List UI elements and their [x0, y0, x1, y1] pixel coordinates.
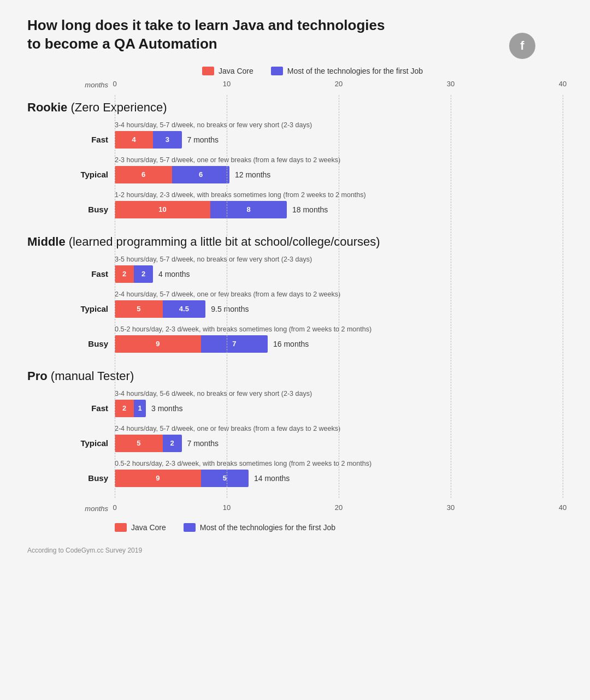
legend: Java Core Most of the technologies for t…	[202, 67, 563, 75]
middle-fast-desc: 3-5 hours/day, 5-7 d/week, no breaks or …	[115, 256, 563, 263]
bottom-legend-tech: Most of the technologies for the first J…	[184, 523, 335, 532]
legend-java-core: Java Core	[202, 67, 253, 75]
middle-typical-desc: 2-4 hours/day, 5-7 d/week, one or few br…	[115, 290, 563, 298]
rookie-typical-desc: 2-3 hours/day, 5-7 d/week, one or few br…	[115, 156, 563, 164]
section-rookie-title: Rookie (Zero Experience)	[27, 100, 563, 115]
legend-tech-label: Most of the technologies for the first J…	[287, 67, 423, 75]
section-middle: Middle (learned programming a little bit…	[115, 235, 563, 353]
middle-fast-bars: 2 2	[115, 265, 153, 283]
middle-busy-bar-row: Busy 9 7 16 months	[115, 335, 563, 353]
pro-fast-tech-bar: 1	[134, 400, 146, 417]
middle-typical-tech-bar: 4.5	[163, 300, 206, 318]
grid-40	[563, 95, 563, 498]
bottom-axis-unit-label: months	[27, 505, 115, 513]
tick-20-top: 20	[335, 80, 343, 88]
rookie-busy-group: 1-2 hours/day, 2-3 d/week, with breaks s…	[115, 191, 563, 218]
rookie-busy-bars: 10 8	[115, 201, 287, 218]
tick-10-top: 10	[223, 80, 231, 88]
rookie-typical-bars: 6 6	[115, 166, 229, 183]
middle-typical-label: Typical	[27, 304, 115, 313]
top-axis: 0 10 20 30 40	[115, 80, 563, 91]
middle-typical-total: 9.5 months	[211, 305, 249, 313]
pro-busy-java-bar: 9	[115, 470, 201, 487]
middle-typical-bars: 5 4.5	[115, 300, 205, 318]
tick-0-top: 0	[113, 80, 116, 88]
pro-fast-java-bar: 2	[115, 400, 134, 417]
rookie-typical-group: 2-3 hours/day, 5-7 d/week, one or few br…	[115, 156, 563, 183]
pro-typical-group: 2-4 hours/day, 5-7 d/week, one or few br…	[115, 425, 563, 452]
bottom-axis: 0 10 20 30 40	[115, 503, 563, 514]
middle-typical-java-bar: 5	[115, 300, 163, 318]
tick-10-bot: 10	[223, 503, 231, 512]
middle-fast-bar-row: Fast 2 2 4 months	[115, 265, 563, 283]
pro-typical-tech-bar: 2	[163, 435, 182, 452]
main-title: How long does it take to learn Java and …	[27, 16, 563, 54]
pro-fast-desc: 3-4 hours/day, 5-6 d/week, no breaks or …	[115, 390, 563, 398]
middle-busy-group: 0.5-2 hours/day, 2-3 d/week, with breaks…	[115, 325, 563, 353]
rookie-fast-java-bar: 4	[115, 131, 153, 149]
tick-30-top: 30	[447, 80, 455, 88]
rookie-fast-bars: 4 3	[115, 131, 182, 149]
pro-typical-bars: 5 2	[115, 435, 182, 452]
rookie-busy-bar-row: Busy 10 8 18 months	[115, 201, 563, 218]
pro-typical-java-bar: 5	[115, 435, 163, 452]
tick-0-bot: 0	[113, 503, 116, 512]
pro-busy-bar-row: Busy 9 5 14 months	[115, 470, 563, 487]
rookie-fast-total: 7 months	[187, 135, 219, 144]
rookie-busy-tech-bar: 8	[210, 201, 287, 218]
pro-fast-group: 3-4 hours/day, 5-6 d/week, no breaks or …	[115, 390, 563, 417]
rookie-typical-tech-bar: 6	[172, 166, 229, 183]
section-middle-title: Middle (learned programming a little bit…	[27, 235, 563, 249]
legend-java-label: Java Core	[219, 67, 253, 75]
java-core-color-swatch	[202, 67, 214, 75]
middle-fast-group: 3-5 hours/day, 5-7 d/week, no breaks or …	[115, 256, 563, 283]
pro-fast-label: Fast	[27, 404, 115, 413]
middle-fast-java-bar: 2	[115, 265, 134, 283]
bottom-legend-java-label: Java Core	[131, 523, 166, 532]
bottom-java-swatch	[115, 523, 127, 532]
middle-busy-java-bar: 9	[115, 335, 201, 353]
rookie-fast-label: Fast	[27, 135, 115, 144]
middle-busy-desc: 0.5-2 hours/day, 2-3 d/week, with breaks…	[115, 325, 563, 333]
sections-container: Rookie (Zero Experience) 3-4 hours/day, …	[115, 95, 563, 498]
rookie-typical-label: Typical	[27, 170, 115, 179]
bottom-legend-tech-label: Most of the technologies for the first J…	[200, 523, 335, 532]
pro-busy-total: 14 months	[254, 474, 290, 483]
middle-fast-tech-bar: 2	[134, 265, 153, 283]
pro-typical-total: 7 months	[187, 439, 219, 448]
rookie-fast-bar-row: Fast 4 3 7 months	[115, 131, 563, 149]
pro-fast-bar-row: Fast 2 1 3 months	[115, 400, 563, 417]
rookie-fast-tech-bar: 3	[153, 131, 182, 149]
footer: According to CodeGym.cc Survey 2019	[27, 545, 563, 555]
middle-busy-bars: 9 7	[115, 335, 268, 353]
pro-typical-desc: 2-4 hours/day, 5-7 d/week, one or few br…	[115, 425, 563, 432]
bottom-legend: Java Core Most of the technologies for t…	[115, 523, 563, 532]
tick-20-bot: 20	[335, 503, 343, 512]
pro-busy-group: 0.5-2 hours/day, 2-3 d/week, with breaks…	[115, 460, 563, 487]
middle-typical-group: 2-4 hours/day, 5-7 d/week, one or few br…	[115, 290, 563, 318]
middle-busy-total: 16 months	[273, 340, 309, 348]
section-rookie: Rookie (Zero Experience) 3-4 hours/day, …	[115, 100, 563, 218]
rookie-typical-bar-row: Typical 6 6 12 months	[115, 166, 563, 183]
middle-fast-label: Fast	[27, 269, 115, 278]
footer-text: According to CodeGym.cc Survey 2019	[27, 547, 142, 554]
pro-busy-label: Busy	[27, 473, 115, 483]
rookie-busy-desc: 1-2 hours/day, 2-3 d/week, with breaks s…	[115, 191, 563, 199]
rookie-fast-group: 3-4 hours/day, 5-7 d/week, no breaks or …	[115, 121, 563, 149]
pro-typical-bar-row: Typical 5 2 7 months	[115, 435, 563, 452]
chart-body: Rookie (Zero Experience) 3-4 hours/day, …	[27, 95, 563, 498]
tick-30-bot: 30	[447, 503, 455, 512]
legend-tech: Most of the technologies for the first J…	[271, 67, 423, 75]
bottom-tech-swatch	[184, 523, 196, 532]
rookie-busy-label: Busy	[27, 205, 115, 214]
rookie-busy-java-bar: 10	[115, 201, 210, 218]
pro-fast-total: 3 months	[151, 404, 183, 413]
rookie-fast-desc: 3-4 hours/day, 5-7 d/week, no breaks or …	[115, 121, 563, 129]
top-axis-unit-label: months	[27, 81, 115, 89]
middle-busy-tech-bar: 7	[201, 335, 268, 353]
pro-typical-label: Typical	[27, 438, 115, 448]
middle-fast-total: 4 months	[158, 270, 190, 278]
pro-fast-bars: 2 1	[115, 400, 146, 417]
tick-40-top: 40	[559, 80, 567, 88]
pro-busy-desc: 0.5-2 hours/day, 2-3 d/week, with breaks…	[115, 460, 563, 467]
